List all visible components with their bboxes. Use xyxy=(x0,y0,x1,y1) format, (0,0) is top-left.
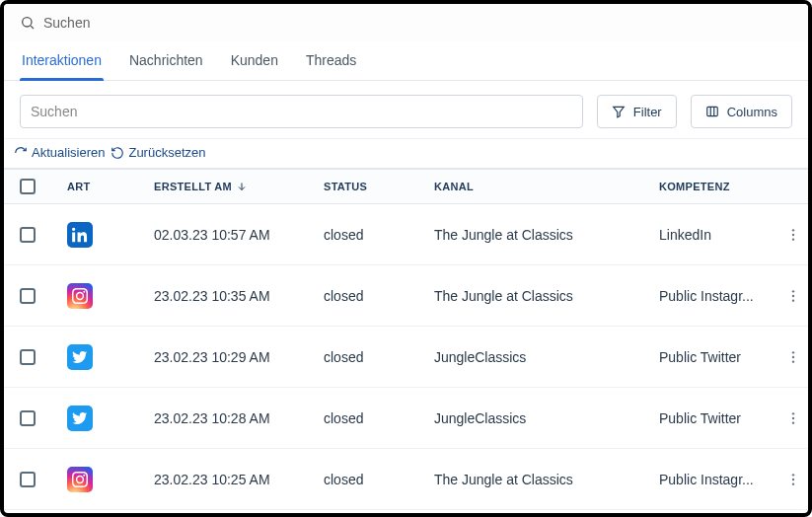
table-header-row: ART ERSTELLT AM STATUS KANAL KOMPETENZ xyxy=(4,169,808,204)
tab-bar: Interaktionen Nachrichten Kunden Threads xyxy=(4,41,808,81)
search-icon xyxy=(20,15,36,31)
sort-desc-icon xyxy=(236,181,248,192)
tab-label: Threads xyxy=(306,52,356,68)
cell-kanal: The Jungle at Classics xyxy=(434,227,659,243)
cell-kanal: The Jungle at Classics xyxy=(434,472,659,487)
svg-point-9 xyxy=(792,238,794,240)
svg-point-0 xyxy=(23,18,32,27)
column-header-erstellt-am[interactable]: ERSTELLT AM xyxy=(154,181,324,192)
reset-icon xyxy=(111,146,124,160)
svg-point-11 xyxy=(792,294,794,296)
cell-erstellt-am: 23.02.23 10:28 AM xyxy=(154,410,324,426)
cell-kompetenz: Public Twitter xyxy=(659,410,774,426)
row-menu-button[interactable] xyxy=(781,468,805,491)
tab-label: Nachrichten xyxy=(129,52,203,68)
svg-point-19 xyxy=(792,474,794,476)
instagram-icon xyxy=(67,283,93,309)
svg-point-10 xyxy=(792,290,794,292)
tab-interaktionen[interactable]: Interaktionen xyxy=(20,42,104,80)
row-menu-button[interactable] xyxy=(781,223,805,247)
row-checkbox[interactable] xyxy=(20,227,36,243)
row-menu-button[interactable] xyxy=(781,284,805,308)
actions-row: Aktualisieren Zurücksetzen xyxy=(4,139,808,169)
svg-point-20 xyxy=(792,478,794,480)
table-body: 02.03.23 10:57 AMclosedThe Jungle at Cla… xyxy=(4,204,808,510)
row-checkbox[interactable] xyxy=(20,410,36,426)
svg-line-1 xyxy=(31,26,34,29)
kebab-icon xyxy=(785,227,801,243)
reset-label: Zurücksetzen xyxy=(128,145,205,160)
cell-status: closed xyxy=(324,288,434,304)
svg-point-7 xyxy=(792,229,794,231)
kebab-icon xyxy=(785,288,801,304)
toolbar: Filter Columns xyxy=(4,81,808,139)
cell-kompetenz: Public Twitter xyxy=(659,349,774,365)
filter-icon xyxy=(612,105,626,118)
svg-point-17 xyxy=(792,416,794,418)
twitter-icon xyxy=(67,406,93,431)
row-checkbox[interactable] xyxy=(20,288,36,304)
svg-point-21 xyxy=(792,482,794,484)
kebab-icon xyxy=(785,349,801,365)
svg-point-15 xyxy=(792,360,794,362)
cell-status: closed xyxy=(324,410,434,426)
cell-kompetenz: Public Instagr... xyxy=(659,472,774,487)
tab-label: Interaktionen xyxy=(22,52,102,68)
refresh-label: Aktualisieren xyxy=(32,145,105,160)
table-row[interactable]: 23.02.23 10:25 AMclosedThe Jungle at Cla… xyxy=(4,449,808,510)
search-input[interactable] xyxy=(20,95,583,128)
instagram-icon xyxy=(67,467,93,492)
cell-erstellt-am: 23.02.23 10:25 AM xyxy=(154,472,324,487)
tab-threads[interactable]: Threads xyxy=(304,42,358,80)
twitter-icon xyxy=(67,344,93,370)
tab-nachrichten[interactable]: Nachrichten xyxy=(127,42,205,80)
cell-status: closed xyxy=(324,472,434,487)
columns-icon xyxy=(705,105,719,118)
column-header-status[interactable]: STATUS xyxy=(324,181,434,192)
app-frame: Suchen Interaktionen Nachrichten Kunden … xyxy=(0,0,812,517)
svg-point-18 xyxy=(792,421,794,423)
column-header-art[interactable]: ART xyxy=(67,181,154,192)
cell-status: closed xyxy=(324,349,434,365)
svg-point-8 xyxy=(792,233,794,235)
filter-label: Filter xyxy=(633,105,662,119)
svg-point-13 xyxy=(792,351,794,353)
svg-point-16 xyxy=(792,412,794,414)
row-checkbox[interactable] xyxy=(20,472,36,487)
svg-point-12 xyxy=(792,299,794,301)
table-row[interactable]: 02.03.23 10:57 AMclosedThe Jungle at Cla… xyxy=(4,204,808,265)
cell-kanal: JungleClassics xyxy=(434,349,659,365)
column-header-kanal[interactable]: KANAL xyxy=(434,181,659,192)
columns-label: Columns xyxy=(727,105,777,119)
columns-button[interactable]: Columns xyxy=(691,95,792,128)
filter-button[interactable]: Filter xyxy=(597,95,677,128)
cell-status: closed xyxy=(324,227,434,243)
cell-kompetenz: Public Instagr... xyxy=(659,288,774,304)
cell-erstellt-am: 02.03.23 10:57 AM xyxy=(154,227,324,243)
table-row[interactable]: 23.02.23 10:28 AMclosedJungleClassicsPub… xyxy=(4,388,808,449)
cell-kompetenz: LinkedIn xyxy=(659,227,774,243)
kebab-icon xyxy=(785,410,801,426)
tab-label: Kunden xyxy=(231,52,278,68)
cell-erstellt-am: 23.02.23 10:29 AM xyxy=(154,349,324,365)
tab-kunden[interactable]: Kunden xyxy=(229,42,280,80)
row-menu-button[interactable] xyxy=(781,345,805,369)
global-search-bar[interactable]: Suchen xyxy=(4,4,808,41)
select-all-checkbox[interactable] xyxy=(20,179,36,194)
column-header-kompetenz[interactable]: KOMPETENZ xyxy=(659,181,774,192)
table-row[interactable]: 23.02.23 10:35 AMclosedThe Jungle at Cla… xyxy=(4,265,808,327)
row-checkbox[interactable] xyxy=(20,349,36,365)
svg-point-14 xyxy=(792,355,794,357)
svg-rect-3 xyxy=(706,107,717,115)
refresh-button[interactable]: Aktualisieren xyxy=(14,145,105,160)
reset-button[interactable]: Zurücksetzen xyxy=(111,145,205,160)
global-search-placeholder: Suchen xyxy=(43,15,90,31)
kebab-icon xyxy=(785,472,801,487)
linkedin-icon xyxy=(67,222,93,248)
svg-marker-2 xyxy=(614,107,625,117)
row-menu-button[interactable] xyxy=(781,406,805,430)
refresh-icon xyxy=(14,146,28,160)
table-row[interactable]: 23.02.23 10:29 AMclosedJungleClassicsPub… xyxy=(4,327,808,388)
cell-kanal: JungleClassics xyxy=(434,410,659,426)
cell-kanal: The Jungle at Classics xyxy=(434,288,659,304)
